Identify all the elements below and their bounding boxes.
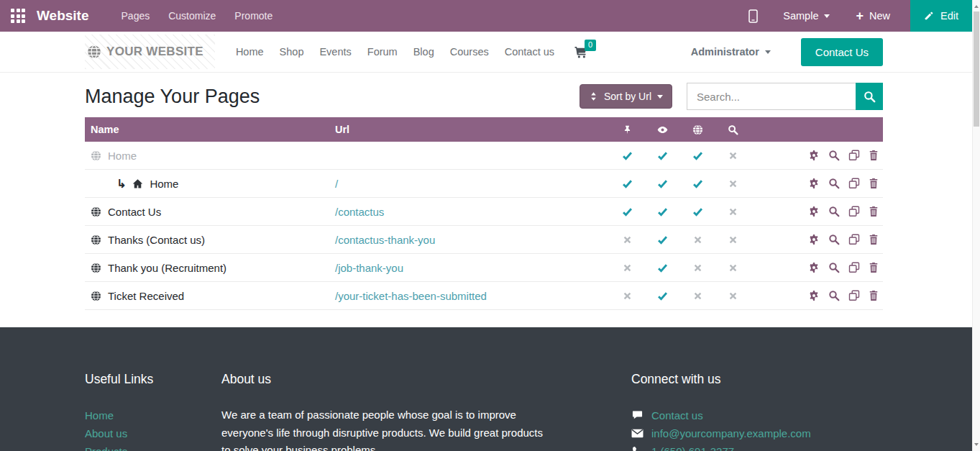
trash-icon[interactable] — [869, 290, 879, 301]
x-icon — [715, 291, 751, 301]
gear-icon[interactable] — [808, 262, 820, 273]
footer-phone-link[interactable]: 1 (650) 691-3277 — [651, 442, 734, 451]
nav-events[interactable]: Events — [311, 32, 359, 73]
x-icon — [715, 151, 751, 160]
gear-icon[interactable] — [808, 150, 820, 161]
sort-icon — [589, 91, 598, 101]
new-page-button[interactable]: + New — [856, 9, 890, 22]
page-url-link[interactable]: /your-ticket-has-been-submitted — [335, 290, 487, 302]
check-icon — [645, 291, 680, 301]
copy-icon[interactable] — [848, 150, 860, 161]
scroll-down-arrow[interactable] — [973, 439, 980, 450]
vertical-scrollbar[interactable] — [972, 0, 980, 451]
globe-icon — [91, 263, 101, 273]
trash-icon[interactable] — [869, 150, 879, 161]
footer-link-products[interactable]: Products — [85, 442, 221, 451]
nav-blog[interactable]: Blog — [406, 32, 442, 73]
check-icon — [610, 206, 645, 217]
sort-by-url-button[interactable]: Sort by Url — [580, 84, 672, 109]
table-row: ↳ Thanks (Contact us) /contactus-thank-y… — [85, 226, 883, 254]
x-icon — [715, 179, 751, 188]
search-input[interactable] — [687, 83, 856, 110]
nav-contact-us[interactable]: Contact us — [497, 32, 562, 73]
check-icon — [645, 206, 680, 217]
edit-button[interactable]: Edit — [910, 0, 972, 32]
gear-icon[interactable] — [808, 290, 820, 301]
trash-icon[interactable] — [869, 262, 879, 273]
envelope-icon — [631, 429, 644, 438]
menu-promote[interactable]: Promote — [225, 0, 282, 32]
page-url-link[interactable]: /contactus — [335, 206, 384, 218]
footer-heading: Connect with us — [631, 372, 811, 387]
seo-search-icon[interactable] — [828, 150, 840, 161]
footer-link-home[interactable]: Home — [85, 406, 221, 424]
search-icon — [864, 91, 876, 103]
pages-table: Name Url ↳ — [85, 117, 883, 310]
gear-icon[interactable] — [808, 234, 820, 245]
mobile-preview-icon[interactable] — [748, 9, 759, 23]
column-url: Url — [335, 124, 610, 135]
nav-shop[interactable]: Shop — [272, 32, 312, 73]
page-url-link[interactable]: / — [335, 178, 338, 190]
scroll-up-arrow[interactable] — [973, 1, 980, 12]
copy-icon[interactable] — [848, 262, 860, 273]
seo-search-icon[interactable] — [828, 234, 840, 245]
sample-dropdown[interactable]: Sample — [783, 10, 830, 22]
seo-search-icon[interactable] — [828, 290, 840, 301]
trash-icon[interactable] — [869, 206, 879, 217]
page-url-link[interactable]: /contactus-thank-you — [335, 234, 435, 246]
footer-contact-us-link[interactable]: Contact us — [651, 406, 703, 424]
footer-connect: Connect with us Contact us info@yourcomp… — [631, 372, 811, 451]
chevron-down-icon — [824, 14, 830, 18]
copy-icon[interactable] — [848, 290, 860, 301]
menu-pages[interactable]: Pages — [112, 0, 160, 32]
apps-grid-icon[interactable] — [11, 9, 25, 23]
page-name: Ticket Received — [108, 290, 184, 302]
nav-forum[interactable]: Forum — [360, 32, 406, 73]
check-icon — [680, 150, 715, 161]
pin-icon — [610, 124, 645, 135]
chevron-down-icon — [657, 95, 663, 99]
trash-icon[interactable] — [869, 178, 879, 189]
nav-home[interactable]: Home — [228, 32, 272, 73]
footer-about-text: We are a team of passionate people whose… — [221, 406, 546, 451]
gear-icon[interactable] — [808, 206, 820, 217]
search-icon — [715, 124, 751, 135]
copy-icon[interactable] — [848, 178, 860, 189]
check-icon — [680, 178, 715, 189]
level-down-icon: ↳ — [116, 177, 126, 191]
x-icon — [610, 235, 645, 245]
page-title: Manage Your Pages — [85, 86, 260, 108]
seo-search-icon[interactable] — [828, 178, 840, 189]
cart-button[interactable]: 0 — [574, 46, 588, 58]
x-icon — [715, 263, 751, 273]
page-name: Thank you (Recruitment) — [108, 262, 226, 274]
check-icon — [645, 150, 680, 161]
footer-email-link[interactable]: info@yourcompany.example.com — [651, 424, 811, 442]
search-button[interactable] — [856, 83, 883, 110]
topbar-right: Sample + New Edit — [748, 0, 972, 32]
user-menu[interactable]: Administrator — [691, 46, 771, 58]
menu-customize[interactable]: Customize — [159, 0, 225, 32]
page-url-link[interactable]: /job-thank-you — [335, 262, 403, 274]
seo-search-icon[interactable] — [828, 206, 840, 217]
page-name: Contact Us — [108, 206, 161, 218]
copy-icon[interactable] — [848, 206, 860, 217]
footer-about: About us We are a team of passionate peo… — [221, 372, 549, 451]
x-icon — [610, 291, 645, 301]
copy-icon[interactable] — [848, 234, 860, 245]
trash-icon[interactable] — [869, 234, 879, 245]
contact-us-button[interactable]: Contact Us — [801, 38, 883, 66]
check-icon — [610, 178, 645, 189]
site-logo[interactable]: YOUR WEBSITE — [85, 35, 215, 69]
table-row: ↳ Contact Us /contactus — [85, 198, 883, 226]
check-icon — [645, 263, 680, 273]
nav-courses[interactable]: Courses — [442, 32, 497, 73]
check-icon — [645, 178, 680, 189]
scrollbar-thumb[interactable] — [974, 12, 979, 127]
gear-icon[interactable] — [808, 178, 820, 189]
eye-icon — [645, 124, 680, 135]
seo-search-icon[interactable] — [828, 262, 840, 273]
app-title[interactable]: Website — [37, 8, 89, 24]
footer-link-about-us[interactable]: About us — [85, 424, 221, 442]
